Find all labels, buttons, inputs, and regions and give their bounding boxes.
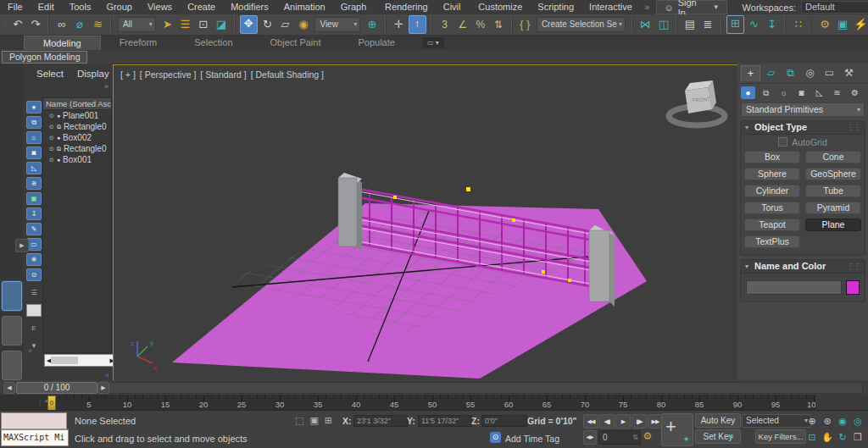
ribbon-panel-button[interactable] bbox=[2, 281, 22, 311]
toolbar-grip[interactable]: ⋮ bbox=[2, 20, 7, 29]
explorer-column-header[interactable]: Name (Sorted Ascend bbox=[43, 98, 111, 110]
spinner-snap-icon[interactable]: ⇅ bbox=[491, 16, 507, 33]
tab-motion[interactable]: ◎ bbox=[801, 65, 819, 80]
list-item[interactable]: ⊙ ● Box002 bbox=[43, 132, 111, 143]
maxscript-mini-listener[interactable]: MAXScript Mi bbox=[1, 429, 69, 446]
filter-geometry-icon[interactable]: ● bbox=[26, 101, 42, 113]
explorer-menu-item[interactable]: Select bbox=[36, 69, 64, 79]
menu-item[interactable]: Interactive bbox=[581, 0, 640, 14]
render-setup-icon[interactable]: ⚙ bbox=[816, 16, 832, 33]
rectangular-selection-icon[interactable]: ⊡ bbox=[195, 16, 211, 33]
select-move-icon[interactable]: ✥ bbox=[240, 15, 258, 34]
menu-item[interactable]: Animation bbox=[276, 0, 333, 14]
time-tag-icon[interactable]: ⊙ bbox=[490, 432, 501, 443]
list-item[interactable]: ⊙ ⧉ Rectangle0 bbox=[43, 121, 111, 132]
list-item[interactable]: ⊙ ⧉ Rectangle0 bbox=[43, 143, 111, 154]
unlink-icon[interactable]: ⌀ bbox=[72, 16, 88, 33]
category-lights-icon[interactable]: ☼ bbox=[776, 86, 791, 99]
pivot-center-icon[interactable]: ⊕ bbox=[364, 16, 380, 33]
visibility-eye-icon[interactable]: ⊙ bbox=[49, 113, 54, 119]
left-post-object[interactable] bbox=[338, 173, 362, 252]
time-slider-track[interactable] bbox=[3, 382, 863, 394]
category-cameras-icon[interactable]: ◙ bbox=[794, 86, 809, 99]
scrollbar-thumb[interactable] bbox=[51, 357, 78, 364]
separator[interactable] bbox=[511, 17, 513, 32]
ribbon-tab[interactable]: Populate bbox=[339, 36, 413, 49]
tab-utilities[interactable]: ⚒ bbox=[840, 65, 858, 80]
ribbon-tab[interactable]: Freeform bbox=[101, 36, 176, 49]
window-crossing-icon[interactable]: ◪ bbox=[213, 16, 229, 33]
filter-lights-icon[interactable]: ☼ bbox=[26, 131, 42, 144]
list-item[interactable]: ⊙ ● Box001 bbox=[43, 154, 111, 165]
time-slider-next-arrow[interactable]: ▶ bbox=[97, 382, 109, 394]
new-key-icon[interactable]: ✦ bbox=[727, 432, 735, 443]
x-coord-field[interactable]: 23'1 3/32" bbox=[353, 415, 408, 427]
key-filters-button[interactable]: Key Filters... bbox=[755, 429, 806, 444]
time-slider-prev-arrow[interactable]: ◀ bbox=[3, 382, 15, 394]
layer-explorer-window-icon[interactable]: ⊞ bbox=[726, 15, 744, 34]
primitive-button[interactable]: Cone bbox=[805, 151, 861, 163]
key-mode-toggle[interactable]: ◀▶ bbox=[583, 430, 597, 445]
add-time-tag-button[interactable]: Add Time Tag bbox=[505, 434, 559, 444]
zoom-region-icon[interactable]: ⊡ bbox=[805, 430, 819, 444]
filter-overflow-chevron[interactable]: » bbox=[28, 346, 32, 355]
align-icon[interactable]: ◫ bbox=[655, 16, 671, 33]
sort-expand-icon[interactable]: E bbox=[26, 322, 42, 335]
primitive-button[interactable]: Box bbox=[744, 151, 800, 163]
track-bar[interactable]: ⋮∿ 5101520253035404550556065707580859095… bbox=[0, 395, 868, 411]
viewport-canvas[interactable]: FRONT z y x bbox=[114, 65, 736, 379]
category-helpers-icon[interactable]: ◺ bbox=[812, 86, 826, 99]
filter-ik-icon[interactable]: ✎ bbox=[26, 223, 42, 235]
list-item[interactable]: ⊙ ● Plane001 bbox=[43, 110, 111, 121]
workspace-dropdown[interactable]: Default bbox=[801, 1, 868, 14]
perspective-viewport[interactable]: [ + ] [ Perspective ] [ Standard ] [ Def… bbox=[113, 64, 738, 381]
material-editor-icon[interactable]: ∷ bbox=[790, 16, 806, 33]
filter-cameras-icon[interactable]: ◙ bbox=[26, 147, 42, 159]
primitive-button[interactable]: Cylinder bbox=[744, 185, 800, 197]
zoom-icon[interactable]: ⊕ bbox=[805, 414, 819, 428]
menu-item[interactable]: File bbox=[0, 0, 31, 14]
isolate-selection-icon[interactable]: ⬚ bbox=[295, 415, 303, 426]
ribbon-panel-button[interactable] bbox=[2, 316, 22, 346]
visibility-eye-icon[interactable]: ⊙ bbox=[49, 157, 54, 163]
rendered-frame-icon[interactable]: ▣ bbox=[835, 16, 851, 33]
link-icon[interactable]: ∞ bbox=[53, 16, 70, 33]
menu-overflow-chevron[interactable]: » bbox=[640, 3, 655, 12]
autogrid-checkbox[interactable] bbox=[778, 137, 787, 147]
ribbon-overflow-button[interactable]: ▭ ▾ bbox=[422, 37, 444, 48]
filter-hidden-icon[interactable]: ⊙ bbox=[26, 268, 42, 281]
curve-editor-icon[interactable]: ∿ bbox=[746, 16, 762, 33]
separator[interactable] bbox=[811, 17, 813, 32]
filter-shapes-icon[interactable]: ⧉ bbox=[26, 116, 42, 129]
layer-explorer-toggle-icon[interactable]: ≣ bbox=[700, 16, 716, 33]
prev-frame-button[interactable]: ◀▮ bbox=[599, 414, 615, 429]
pan-icon[interactable]: ✋ bbox=[821, 430, 834, 444]
add-key-button[interactable]: + ✦ bbox=[661, 413, 693, 446]
primitive-button[interactable]: Teapot bbox=[744, 218, 800, 231]
separator[interactable] bbox=[676, 17, 677, 32]
maximize-viewport-icon[interactable]: ❒ bbox=[851, 430, 865, 444]
sort-list-icon[interactable]: ☰ bbox=[26, 286, 42, 299]
separator[interactable] bbox=[784, 17, 786, 32]
separator[interactable] bbox=[385, 17, 387, 32]
category-geometry-icon[interactable]: ● bbox=[741, 86, 755, 99]
object-color-swatch[interactable] bbox=[846, 280, 860, 295]
select-object-icon[interactable]: ➤ bbox=[159, 16, 175, 33]
filter-spacewarps-icon[interactable]: ≋ bbox=[26, 177, 42, 190]
select-place-icon[interactable]: ◉ bbox=[295, 16, 311, 33]
polygon-modeling-tab[interactable]: Polygon Modeling bbox=[2, 51, 87, 64]
name-color-rollout-header[interactable]: ▾ Name and Color ⋮⋮ bbox=[741, 260, 865, 274]
snap-toggle-3d-icon[interactable]: 3 bbox=[437, 16, 453, 33]
menu-item[interactable]: Views bbox=[140, 0, 180, 14]
tab-display[interactable]: ▭ bbox=[821, 65, 838, 80]
category-shapes-icon[interactable]: ⧉ bbox=[759, 86, 773, 99]
zoom-all-icon[interactable]: ⊛ bbox=[821, 414, 834, 428]
separator[interactable] bbox=[110, 17, 112, 32]
primitive-button[interactable]: Torus bbox=[744, 202, 800, 214]
play-button[interactable]: ▶ bbox=[615, 414, 631, 429]
viewport-menu-general[interactable]: [ + ] bbox=[120, 69, 136, 80]
category-systems-icon[interactable]: ⚙ bbox=[848, 86, 862, 99]
separator[interactable] bbox=[431, 17, 432, 32]
undo-icon[interactable]: ↶ bbox=[9, 16, 25, 33]
angle-snap-icon[interactable]: ∠ bbox=[454, 16, 470, 33]
